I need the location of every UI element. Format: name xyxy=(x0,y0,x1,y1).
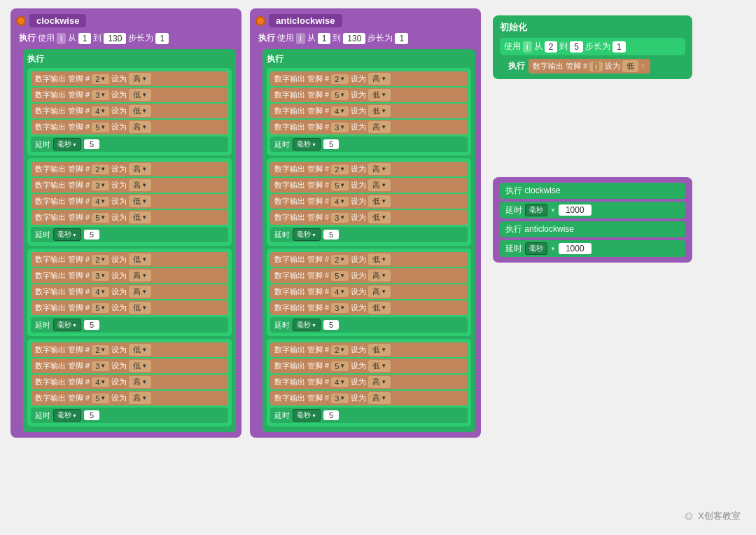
group-1: 数字输出 管脚 # 2▼ 设为 高▼ 数字输出 管脚 # 3▼ 设为 低▼ 数字… xyxy=(27,68,232,155)
anticlockwise-header: anticlockwise xyxy=(255,14,475,27)
main-loop-block: 执行 clockwise 延时 毫秒 ▼ 1000 执行 anticlockwi… xyxy=(493,177,692,263)
group-4: 数字输出 管脚 # 2▼ 设为 低▼ 数字输出 管脚 # 3▼ 设为 低▼ 数字… xyxy=(27,339,232,426)
anticlockwise-title: anticlockwise xyxy=(269,14,342,27)
clockwise-inner: 执行 数字输出 管脚 # 2▼ 设为 高▼ 数字输出 管脚 # 3▼ 设为 低▼ xyxy=(23,49,236,432)
anticlockwise-block: anticlockwise 执行 使用 i 从 1 到 130 步长为 1 执行… xyxy=(250,8,481,438)
gear-icon-anti xyxy=(255,16,265,26)
anticlockwise-loop-row: 执行 使用 i 从 1 到 130 步长为 1 xyxy=(255,31,475,46)
clockwise-header: clockwise xyxy=(16,14,236,27)
exec-label: 执行 xyxy=(19,32,36,44)
group-2: 数字输出 管脚 # 2▼ 设为 高▼ 数字输出 管脚 # 3▼ 设为 高▼ 数字… xyxy=(27,158,232,246)
gear-icon xyxy=(16,16,26,26)
clockwise-title: clockwise xyxy=(29,14,86,27)
clockwise-loop-row: 执行 使用 i 从 1 到 130 步长为 1 xyxy=(16,31,236,46)
init-header: 初始化 xyxy=(500,21,685,34)
clockwise-block: clockwise 执行 使用 i 从 1 到 130 步长为 1 执行 数字输… xyxy=(10,8,241,438)
watermark: ☺ X创客教室 xyxy=(683,510,741,522)
init-block: 初始化 使用 i 从 2 到 5 步长为 1 执行 数字输出 管脚 # i 设为 xyxy=(493,15,692,79)
group-3: 数字输出 管脚 # 2▼ 设为 低▼ 数字输出 管脚 # 3▼ 设为 高▼ 数字… xyxy=(27,249,232,336)
anticlockwise-inner: 执行 数字输出 管脚 # 2▼ 设为 高▼ 数字输出 管脚 # 5▼ 设为 低▼ xyxy=(262,49,475,432)
